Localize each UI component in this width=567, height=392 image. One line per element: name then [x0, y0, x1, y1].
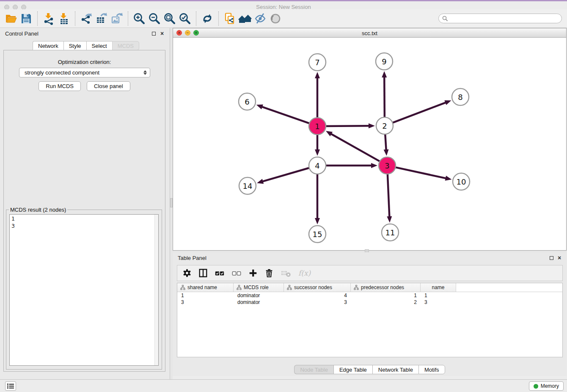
edge-1-4[interactable]: [315, 133, 320, 156]
table-toolbar: f(x): [177, 265, 563, 281]
table-cell[interactable]: 4: [284, 292, 351, 299]
graph-node-14[interactable]: 14: [239, 177, 256, 194]
edge-1-6[interactable]: [256, 105, 311, 124]
edge-1-2[interactable]: [324, 123, 375, 128]
edge-2-8[interactable]: [391, 100, 451, 123]
search-input[interactable]: [448, 16, 558, 22]
edge-2-3[interactable]: [384, 133, 389, 156]
graph-node-3[interactable]: 3: [379, 157, 396, 174]
table-cell[interactable]: 3: [421, 299, 456, 306]
graph-node-10[interactable]: 10: [453, 173, 470, 190]
open-session-button[interactable]: [3, 11, 19, 26]
function-builder-button[interactable]: f(x): [298, 269, 311, 277]
run-mcds-button[interactable]: Run MCDS: [39, 81, 81, 91]
node-table[interactable]: shared nameMCDS rolesuccessor nodesprede…: [177, 283, 563, 357]
bird-eye-view-button[interactable]: [268, 11, 283, 26]
edge-4-14[interactable]: [257, 167, 311, 184]
graph-node-2[interactable]: 2: [376, 117, 393, 134]
float-table-panel-button[interactable]: [549, 255, 554, 260]
edge-3-11[interactable]: [387, 172, 392, 223]
clear-checkboxes-button[interactable]: [231, 268, 242, 278]
graph-node-11[interactable]: 11: [382, 224, 399, 241]
tab-mcds[interactable]: MCDS: [112, 41, 139, 50]
graph-node-1[interactable]: 1: [309, 118, 326, 135]
table-cell[interactable]: 3: [284, 299, 351, 306]
home-button[interactable]: [237, 11, 253, 26]
tab-network-table[interactable]: Network Table: [372, 365, 418, 374]
zoom-in-button[interactable]: [132, 11, 147, 26]
column-header-successor-nodes[interactable]: successor nodes: [284, 283, 351, 292]
refresh-button[interactable]: [200, 11, 215, 26]
edge-2-9[interactable]: [382, 71, 387, 119]
save-session-button[interactable]: [19, 11, 34, 26]
mcds-result-group: MCDS result (2 nodes) 13: [6, 210, 162, 370]
graph-node-9[interactable]: 9: [376, 53, 393, 70]
float-panel-button[interactable]: [151, 31, 156, 36]
table-settings-button[interactable]: [182, 268, 192, 278]
import-network-button[interactable]: [41, 11, 56, 26]
column-header-name[interactable]: name: [421, 283, 456, 292]
graph-node-4[interactable]: 4: [309, 157, 326, 174]
zoom-fit-button[interactable]: [162, 11, 177, 26]
table-cell[interactable]: dominator: [234, 292, 284, 299]
hierarchy-icon: [287, 285, 292, 290]
table-cell[interactable]: 1: [421, 292, 456, 299]
tab-node-table[interactable]: Node Table: [294, 365, 333, 374]
tab-style[interactable]: Style: [63, 41, 86, 50]
column-header-predecessor-nodes[interactable]: predecessor nodes: [351, 283, 421, 292]
close-table-panel-button[interactable]: ×: [557, 255, 562, 260]
select-all-checkboxes-button[interactable]: [215, 268, 225, 278]
zoom-selected-button[interactable]: [177, 11, 193, 26]
network-canvas[interactable]: 7968124314101511: [173, 38, 566, 250]
plus-icon: [248, 268, 258, 278]
export-network-button[interactable]: [79, 11, 94, 26]
zoom-selected-icon: [179, 12, 191, 25]
memory-label: Memory: [541, 383, 559, 389]
search-box[interactable]: [438, 14, 562, 23]
mcds-result-text[interactable]: 13: [9, 214, 159, 366]
table-cell[interactable]: dominator: [234, 299, 284, 306]
export-table-button[interactable]: [94, 11, 109, 26]
task-history-button[interactable]: [5, 381, 16, 391]
column-header-shared-name[interactable]: shared name: [177, 283, 234, 292]
table-cell[interactable]: 1: [177, 292, 234, 299]
tab-motifs[interactable]: Motifs: [418, 365, 445, 374]
optimization-select[interactable]: strongly connected component: [19, 68, 150, 77]
table-cell[interactable]: 1: [351, 292, 421, 299]
tab-edge-table[interactable]: Edge Table: [333, 365, 372, 374]
edge-4-3[interactable]: [324, 163, 377, 168]
edge-1-7[interactable]: [315, 72, 320, 119]
memory-button[interactable]: Memory: [529, 381, 564, 391]
delete-column-button[interactable]: [264, 268, 274, 278]
add-column-button[interactable]: [248, 268, 258, 278]
edge-4-15[interactable]: [315, 172, 320, 224]
graph-node-6[interactable]: 6: [239, 93, 256, 110]
table-row[interactable]: 3dominator323: [177, 299, 562, 306]
table-cell[interactable]: 3: [177, 299, 234, 306]
edge-3-1[interactable]: [326, 131, 381, 162]
graph-node-7[interactable]: 7: [309, 54, 326, 71]
table-cell[interactable]: 2: [351, 299, 421, 306]
tab-select[interactable]: Select: [86, 41, 112, 50]
delete-table-button[interactable]: [281, 268, 292, 278]
column-header-mcds-role[interactable]: MCDS role: [234, 283, 284, 292]
toolbar-separator: [128, 11, 128, 26]
result-scrollbar[interactable]: [154, 215, 158, 365]
network-graph[interactable]: 7968124314101511: [173, 38, 566, 250]
graph-node-8[interactable]: 8: [452, 88, 469, 105]
close-mcds-panel-button[interactable]: Close panel: [87, 81, 130, 91]
graph-node-15[interactable]: 15: [309, 226, 326, 243]
export-image-button[interactable]: [109, 11, 124, 26]
network-window-titlebar[interactable]: × − + scc.txt: [173, 28, 566, 38]
export-image-icon: [110, 12, 123, 25]
close-panel-button[interactable]: ×: [160, 31, 165, 36]
table-row[interactable]: 1dominator411: [177, 292, 562, 299]
edge-3-10[interactable]: [394, 167, 452, 180]
duplicate-network-button[interactable]: [222, 11, 237, 26]
zoom-out-button[interactable]: [147, 11, 162, 26]
import-table-button[interactable]: [56, 11, 72, 26]
split-columns-button[interactable]: [198, 268, 208, 278]
memory-status-icon: [534, 384, 538, 389]
hide-graphics-details-button[interactable]: [253, 11, 268, 26]
tab-network[interactable]: Network: [33, 41, 63, 50]
